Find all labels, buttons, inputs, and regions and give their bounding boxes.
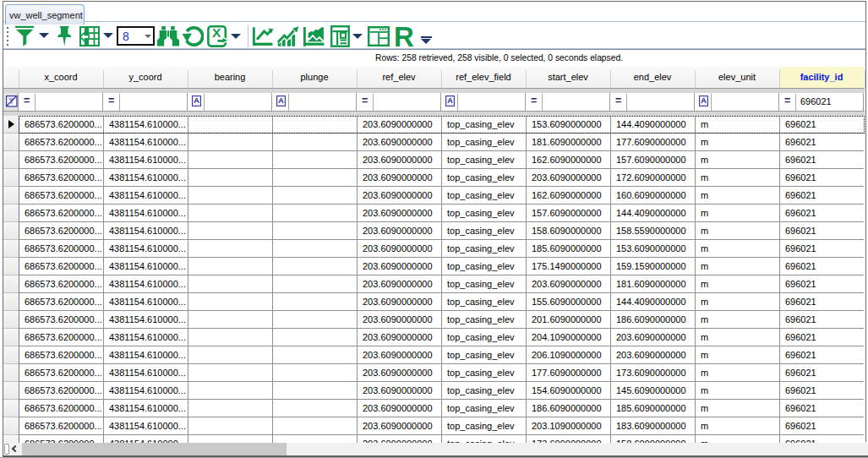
svg-text:X: X [212,25,221,40]
